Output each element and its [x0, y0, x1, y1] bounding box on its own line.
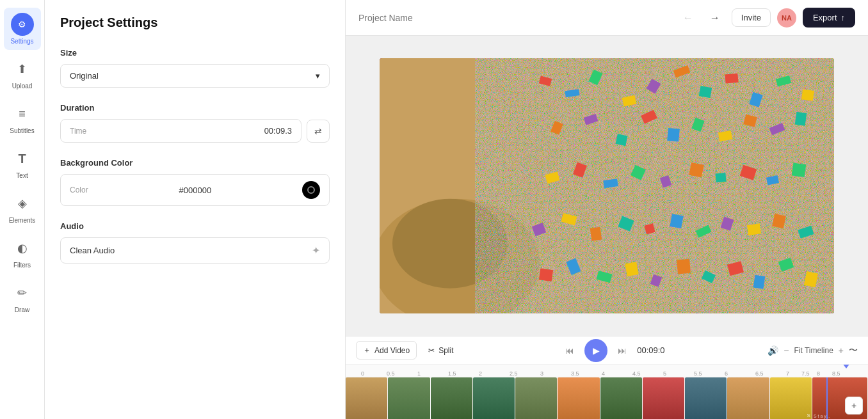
- top-bar: ← → Invite NA Export ↑: [346, 0, 868, 36]
- ruler-mark-1: 1: [417, 370, 421, 377]
- fast-forward-button[interactable]: ⏭: [615, 343, 629, 358]
- sidebar-item-filters[interactable]: ◐ Filters: [4, 232, 41, 274]
- sidebar-item-subtitles[interactable]: ≡ Subtitles: [4, 97, 41, 139]
- invite-label: Invite: [741, 13, 761, 22]
- thumb-segment-2: [388, 377, 430, 419]
- duration-value: 00:09.3: [264, 126, 292, 136]
- plus-icon: ＋: [363, 345, 371, 356]
- svg-rect-34: [792, 162, 807, 177]
- timeline-left-controls: ＋ Add Video ✂ Split: [356, 341, 460, 360]
- scissors-icon: ✂: [428, 346, 435, 355]
- size-select[interactable]: Original ▾: [60, 64, 330, 88]
- icon-sidebar: ⚙ Settings ⬆ Upload ≡ Subtitles T Text ◈…: [0, 0, 45, 419]
- sidebar-item-elements[interactable]: ◈ Elements: [4, 187, 41, 229]
- timeline-strip: S S t a y... +: [346, 377, 868, 419]
- swap-icon: ⇄: [314, 126, 322, 136]
- ruler-mark-25: 2.5: [510, 370, 518, 377]
- ruler-mark-8: 8: [817, 370, 820, 377]
- color-hex-value: #000000: [179, 186, 212, 195]
- sidebar-item-upload[interactable]: ⬆ Upload: [4, 52, 41, 95]
- ruler-mark-45: 4.5: [632, 370, 641, 377]
- export-button[interactable]: Export ↑: [803, 8, 855, 28]
- sidebar-item-label: Text: [16, 172, 28, 179]
- duration-field-label: Time: [70, 127, 86, 136]
- elements-icon: ◈: [11, 192, 34, 215]
- chevron-down-icon: ▾: [316, 71, 320, 81]
- sidebar-item-draw[interactable]: ✏ Draw: [4, 276, 41, 319]
- sidebar-item-label: Elements: [9, 217, 36, 224]
- color-swatch-inner: [307, 186, 315, 194]
- ruler-mark-3: 3: [540, 370, 543, 377]
- add-track-button[interactable]: +: [845, 397, 863, 415]
- duration-input[interactable]: Time 00:09.3: [60, 119, 301, 143]
- svg-rect-40: [670, 214, 683, 228]
- ruler-mark-35: 3.5: [571, 370, 579, 377]
- duration-section: Duration Time 00:09.3 ⇄: [60, 103, 330, 143]
- audio-field[interactable]: Clean Audio ✦: [60, 237, 330, 264]
- svg-rect-19: [667, 128, 680, 141]
- svg-rect-31: [715, 173, 726, 182]
- svg-rect-3: [508, 58, 834, 313]
- volume-button[interactable]: 🔊: [768, 345, 778, 356]
- thumb-segment-6: [558, 377, 599, 419]
- zoom-label: Fit Timeline: [794, 346, 833, 355]
- sidebar-item-settings[interactable]: ⚙ Settings: [4, 8, 41, 50]
- ruler-mark-7: 7: [786, 370, 789, 377]
- redo-button[interactable]: →: [705, 8, 725, 28]
- undo-button[interactable]: ←: [678, 8, 698, 28]
- duration-row: Time 00:09.3 ⇄: [60, 119, 330, 143]
- sidebar-item-label: Draw: [15, 306, 29, 313]
- ruler-mark-05: 0.5: [387, 370, 395, 377]
- top-bar-actions: ← → Invite NA Export ↑: [678, 8, 855, 28]
- play-button[interactable]: ▶: [584, 339, 607, 362]
- add-video-button[interactable]: ＋ Add Video: [356, 341, 417, 360]
- ruler-mark-55: 5.5: [694, 370, 702, 377]
- sparkle-icon: ✦: [312, 244, 320, 257]
- size-label: Size: [60, 48, 330, 58]
- svg-rect-10: [699, 86, 712, 98]
- size-section: Size Original ▾: [60, 48, 330, 88]
- ruler-marks: 0 0.5 1 1.5 2 2.5 3 3.5 4 4.5 5 5.5 6 6.…: [351, 365, 863, 377]
- svg-rect-46: [539, 268, 553, 281]
- audio-label: Audio: [60, 221, 330, 231]
- split-label: Split: [438, 346, 453, 355]
- svg-rect-37: [590, 226, 602, 241]
- audio-section: Audio Clean Audio ✦: [60, 221, 330, 264]
- duration-label: Duration: [60, 103, 330, 113]
- svg-rect-17: [616, 134, 628, 146]
- sidebar-item-label: Upload: [12, 83, 33, 90]
- svg-rect-11: [725, 74, 738, 84]
- ruler-mark-4: 4: [602, 370, 605, 377]
- settings-title: Project Settings: [60, 15, 330, 30]
- thumb-segment-1: [346, 377, 387, 419]
- swap-direction-button[interactable]: ⇄: [307, 120, 330, 143]
- thumb-segment-8: [643, 377, 684, 419]
- add-video-label: Add Video: [374, 346, 410, 355]
- split-button[interactable]: ✂ Split: [422, 343, 460, 358]
- video-preview-area: [346, 36, 868, 336]
- bg-color-label: Background Color: [60, 158, 330, 168]
- invite-button[interactable]: Invite: [732, 8, 771, 27]
- sidebar-item-text[interactable]: T Text: [4, 142, 41, 184]
- avatar: NA: [777, 8, 796, 28]
- rewind-button[interactable]: ⏮: [563, 343, 577, 358]
- thumb-segment-9: [685, 377, 727, 419]
- waveform-button[interactable]: 〜: [849, 345, 858, 356]
- color-row: Color #000000: [60, 174, 330, 206]
- subtitles-icon: ≡: [11, 102, 34, 125]
- color-field-label: Color: [70, 186, 88, 194]
- upload-icon: ⬆: [11, 58, 34, 81]
- svg-rect-49: [625, 262, 638, 276]
- ruler-mark-15: 1.5: [448, 370, 456, 377]
- timeline-controls: ＋ Add Video ✂ Split ⏮ ▶ ⏭ 00:09:0 🔊 − Fi…: [346, 336, 868, 365]
- svg-rect-24: [795, 111, 807, 125]
- project-name-input[interactable]: [358, 13, 670, 23]
- color-swatch-button[interactable]: [302, 181, 320, 199]
- ruler-mark-5: 5: [663, 370, 666, 377]
- thumb-segment-3: [431, 377, 472, 419]
- ruler-mark-85: 8.5: [832, 370, 840, 377]
- thumb-segment-4: [473, 377, 515, 419]
- text-icon: T: [11, 147, 34, 170]
- ruler-mark-75: 7.5: [801, 370, 810, 377]
- time-display: 00:09:0: [637, 345, 664, 355]
